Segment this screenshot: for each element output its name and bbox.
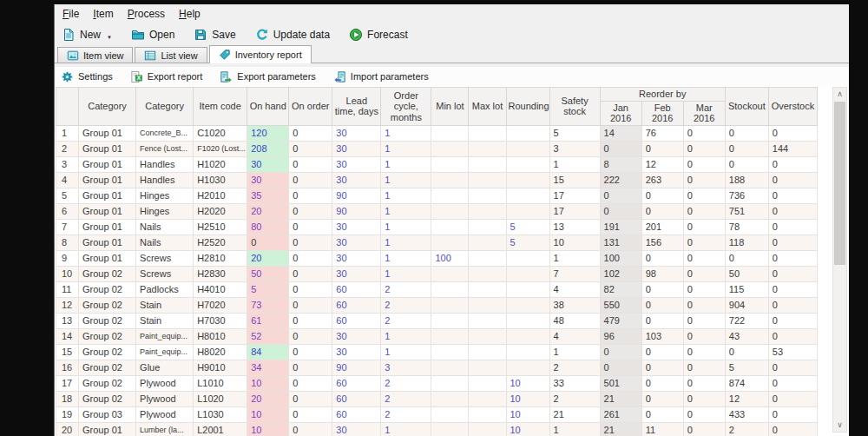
cell-on-hand[interactable]: 20 <box>247 250 289 266</box>
cell-stockout[interactable]: 115 <box>725 281 768 297</box>
cell-on-order[interactable]: 0 <box>289 188 332 203</box>
cell-category2[interactable]: Handles <box>136 156 194 172</box>
cell-rounding[interactable]: 10 <box>506 391 549 406</box>
cell-jan-2016[interactable]: 100 <box>600 250 641 266</box>
cell-overstock[interactable]: 144 <box>768 141 817 156</box>
cell-safety-stock[interactable]: 17 <box>549 203 600 219</box>
cell-on-order[interactable]: 0 <box>289 203 332 219</box>
cell-on-hand[interactable]: 10 <box>247 375 289 391</box>
cell-overstock[interactable]: 0 <box>768 406 817 422</box>
cell-jan-2016[interactable]: 131 <box>600 235 641 250</box>
cell-stockout[interactable]: 736 <box>725 188 768 203</box>
cell-category2[interactable]: Stain <box>136 297 194 313</box>
cell-category2[interactable]: Glue <box>136 360 194 375</box>
cell-item-code[interactable]: H8010 <box>194 328 247 344</box>
cell-stockout[interactable]: 50 <box>725 266 768 281</box>
cell-overstock[interactable]: 0 <box>768 313 817 328</box>
cell-overstock[interactable]: 0 <box>768 328 817 344</box>
cell-on-hand[interactable]: 73 <box>247 297 289 313</box>
cell-on-hand[interactable]: 10 <box>247 406 289 422</box>
cell-mar-2016[interactable]: 0 <box>683 250 725 266</box>
cell-on-order[interactable]: 0 <box>289 281 332 297</box>
cell-on-order[interactable]: 0 <box>289 344 332 360</box>
cell-on-order[interactable]: 0 <box>289 422 332 436</box>
import-parameters-button[interactable]: Import parameters <box>333 70 429 83</box>
cell-mar-2016[interactable]: 0 <box>683 125 725 141</box>
cell-stockout[interactable]: 188 <box>725 172 768 188</box>
cell-overstock[interactable]: 0 <box>768 156 817 172</box>
cell-order-cycle[interactable]: 1 <box>381 172 431 188</box>
table-row[interactable]: 9Group 01ScrewsH281020030110011000000 <box>56 250 818 266</box>
cell-item-code[interactable]: H8020 <box>194 344 247 360</box>
cell-category2[interactable]: Plywood <box>136 375 194 391</box>
cell-lead-time[interactable]: 60 <box>332 297 381 313</box>
cell-mar-2016[interactable]: 0 <box>683 391 725 406</box>
cell-n[interactable]: 8 <box>56 235 79 250</box>
cell-category1[interactable]: Group 02 <box>79 391 136 406</box>
table-row[interactable]: 12Group 02StainH702073060238550009040 <box>56 297 818 313</box>
cell-min-lot[interactable] <box>431 360 469 375</box>
table-row[interactable]: 10Group 02ScrewsH28305003017102980500 <box>56 266 818 281</box>
cell-rounding[interactable]: 10 <box>506 375 549 391</box>
table-row[interactable]: 8Group 01NailsH25200030151013115601180 <box>56 235 818 250</box>
cell-safety-stock[interactable]: 1 <box>549 422 600 436</box>
table-row[interactable]: 4Group 01HandlesH10303003011522226301880 <box>56 172 818 188</box>
cell-overstock[interactable]: 0 <box>768 235 817 250</box>
cell-on-order[interactable]: 0 <box>289 406 332 422</box>
table-row[interactable]: 2Group 01Fence (Lost...F1020 (Lost...208… <box>56 141 818 156</box>
cell-stockout[interactable]: 78 <box>725 219 768 235</box>
cell-rounding[interactable]: 10 <box>506 422 549 436</box>
cell-mar-2016[interactable]: 0 <box>683 328 725 344</box>
cell-stockout[interactable]: 0 <box>725 156 768 172</box>
cell-category2[interactable]: Lumber (la... <box>136 422 194 436</box>
cell-item-code[interactable]: L1030 <box>194 406 247 422</box>
cell-rounding[interactable] <box>506 156 549 172</box>
cell-overstock[interactable]: 0 <box>768 297 817 313</box>
cell-feb-2016[interactable]: 0 <box>641 141 683 156</box>
cell-jan-2016[interactable]: 96 <box>600 328 641 344</box>
cell-item-code[interactable]: H9010 <box>194 360 247 375</box>
cell-safety-stock[interactable]: 13 <box>549 219 600 235</box>
cell-mar-2016[interactable]: 0 <box>683 203 725 219</box>
cell-category1[interactable]: Group 01 <box>79 250 136 266</box>
cell-min-lot[interactable] <box>431 156 469 172</box>
cell-feb-2016[interactable]: 0 <box>641 391 683 406</box>
cell-on-order[interactable]: 0 <box>289 125 332 141</box>
cell-overstock[interactable]: 53 <box>768 344 817 360</box>
cell-on-hand[interactable]: 34 <box>247 360 289 375</box>
cell-on-order[interactable]: 0 <box>289 313 332 328</box>
cell-item-code[interactable]: H2510 <box>194 219 247 235</box>
cell-order-cycle[interactable]: 2 <box>381 406 431 422</box>
cell-max-lot[interactable] <box>469 266 506 281</box>
cell-overstock[interactable]: 0 <box>768 188 817 203</box>
cell-min-lot[interactable] <box>431 281 469 297</box>
cell-category1[interactable]: Group 02 <box>79 344 136 360</box>
cell-jan-2016[interactable]: 550 <box>600 297 641 313</box>
cell-lead-time[interactable]: 30 <box>332 422 381 436</box>
cell-category2[interactable]: Hinges <box>136 188 194 203</box>
cell-order-cycle[interactable]: 2 <box>381 313 431 328</box>
cell-jan-2016[interactable]: 82 <box>600 281 641 297</box>
cell-order-cycle[interactable]: 1 <box>381 250 431 266</box>
cell-jan-2016[interactable]: 191 <box>600 219 641 235</box>
cell-lead-time[interactable]: 60 <box>332 375 381 391</box>
cell-order-cycle[interactable]: 3 <box>381 360 431 375</box>
cell-n[interactable]: 1 <box>56 125 79 141</box>
cell-stockout[interactable]: 874 <box>725 375 768 391</box>
cell-rounding[interactable] <box>506 203 549 219</box>
cell-category2[interactable]: Paint_equip... <box>136 344 194 360</box>
forecast-button[interactable]: Forecast <box>349 28 408 42</box>
cell-stockout[interactable]: 722 <box>725 313 768 328</box>
cell-n[interactable]: 16 <box>56 360 79 375</box>
table-row[interactable]: 17Group 02PlywoodL1010100602103350100874… <box>56 375 818 391</box>
cell-stockout[interactable]: 0 <box>725 141 768 156</box>
cell-on-order[interactable]: 0 <box>289 266 332 281</box>
cell-n[interactable]: 5 <box>56 188 79 203</box>
cell-order-cycle[interactable]: 1 <box>381 344 431 360</box>
cell-max-lot[interactable] <box>469 125 506 141</box>
cell-max-lot[interactable] <box>469 172 506 188</box>
cell-order-cycle[interactable]: 1 <box>381 125 431 141</box>
cell-order-cycle[interactable]: 1 <box>381 141 431 156</box>
cell-rounding[interactable] <box>506 344 549 360</box>
table-row[interactable]: 19Group 03PlywoodL1030100602102126100433… <box>56 406 818 422</box>
